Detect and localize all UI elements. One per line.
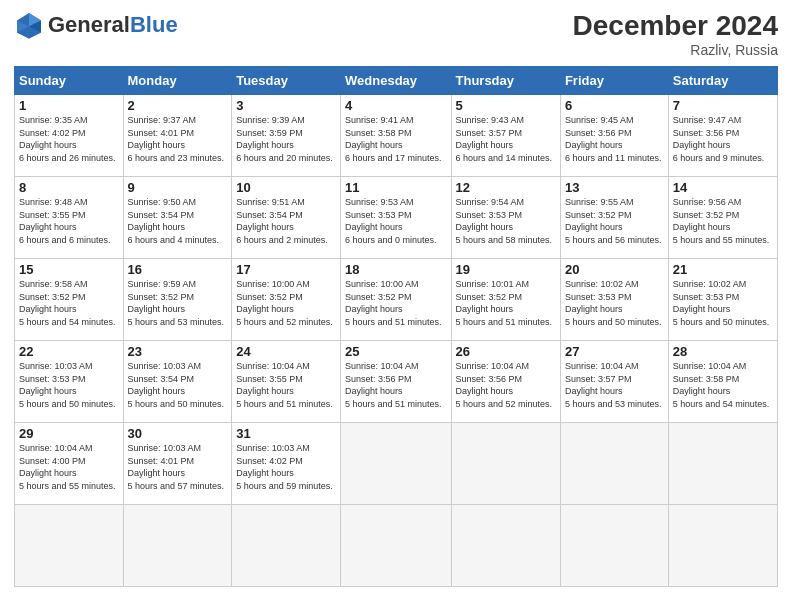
table-row: 7Sunrise: 9:47 AMSunset: 3:56 PMDaylight…	[668, 95, 777, 177]
table-row	[341, 423, 451, 505]
day-info: Sunrise: 10:00 AMSunset: 3:52 PMDaylight…	[236, 279, 333, 327]
table-row: 4Sunrise: 9:41 AMSunset: 3:58 PMDaylight…	[341, 95, 451, 177]
day-number: 17	[236, 262, 336, 277]
table-row: 18Sunrise: 10:00 AMSunset: 3:52 PMDaylig…	[341, 259, 451, 341]
col-thursday: Thursday	[451, 67, 560, 95]
day-info: Sunrise: 9:37 AMSunset: 4:01 PMDaylight …	[128, 115, 225, 163]
table-row: 26Sunrise: 10:04 AMSunset: 3:56 PMDaylig…	[451, 341, 560, 423]
table-row: 28Sunrise: 10:04 AMSunset: 3:58 PMDaylig…	[668, 341, 777, 423]
day-info: Sunrise: 10:01 AMSunset: 3:52 PMDaylight…	[456, 279, 553, 327]
calendar-week-row: 8Sunrise: 9:48 AMSunset: 3:55 PMDaylight…	[15, 177, 778, 259]
day-number: 31	[236, 426, 336, 441]
day-info: Sunrise: 9:53 AMSunset: 3:53 PMDaylight …	[345, 197, 437, 245]
day-number: 3	[236, 98, 336, 113]
day-info: Sunrise: 10:03 AMSunset: 3:54 PMDaylight…	[128, 361, 225, 409]
day-info: Sunrise: 10:03 AMSunset: 3:53 PMDaylight…	[19, 361, 116, 409]
calendar-week-row: 15Sunrise: 9:58 AMSunset: 3:52 PMDayligh…	[15, 259, 778, 341]
table-row	[668, 505, 777, 587]
table-row: 10Sunrise: 9:51 AMSunset: 3:54 PMDayligh…	[232, 177, 341, 259]
table-row: 19Sunrise: 10:01 AMSunset: 3:52 PMDaylig…	[451, 259, 560, 341]
day-number: 21	[673, 262, 773, 277]
day-number: 4	[345, 98, 446, 113]
day-number: 26	[456, 344, 556, 359]
table-row: 16Sunrise: 9:59 AMSunset: 3:52 PMDayligh…	[123, 259, 232, 341]
table-row: 23Sunrise: 10:03 AMSunset: 3:54 PMDaylig…	[123, 341, 232, 423]
col-wednesday: Wednesday	[341, 67, 451, 95]
calendar: Sunday Monday Tuesday Wednesday Thursday…	[14, 66, 778, 587]
table-row: 2Sunrise: 9:37 AMSunset: 4:01 PMDaylight…	[123, 95, 232, 177]
table-row	[123, 505, 232, 587]
day-number: 9	[128, 180, 228, 195]
day-info: Sunrise: 9:39 AMSunset: 3:59 PMDaylight …	[236, 115, 333, 163]
table-row: 25Sunrise: 10:04 AMSunset: 3:56 PMDaylig…	[341, 341, 451, 423]
logo-text: GeneralBlue	[48, 14, 178, 36]
day-info: Sunrise: 10:04 AMSunset: 3:58 PMDaylight…	[673, 361, 770, 409]
day-number: 29	[19, 426, 119, 441]
table-row: 14Sunrise: 9:56 AMSunset: 3:52 PMDayligh…	[668, 177, 777, 259]
day-info: Sunrise: 9:56 AMSunset: 3:52 PMDaylight …	[673, 197, 770, 245]
calendar-week-row	[15, 505, 778, 587]
logo-icon	[14, 10, 44, 40]
day-number: 15	[19, 262, 119, 277]
table-row: 5Sunrise: 9:43 AMSunset: 3:57 PMDaylight…	[451, 95, 560, 177]
day-info: Sunrise: 9:51 AMSunset: 3:54 PMDaylight …	[236, 197, 328, 245]
day-info: Sunrise: 9:54 AMSunset: 3:53 PMDaylight …	[456, 197, 553, 245]
table-row	[15, 505, 124, 587]
day-info: Sunrise: 10:00 AMSunset: 3:52 PMDaylight…	[345, 279, 442, 327]
table-row	[560, 423, 668, 505]
table-row: 13Sunrise: 9:55 AMSunset: 3:52 PMDayligh…	[560, 177, 668, 259]
day-number: 27	[565, 344, 664, 359]
day-number: 5	[456, 98, 556, 113]
day-info: Sunrise: 10:04 AMSunset: 3:56 PMDaylight…	[456, 361, 553, 409]
day-number: 13	[565, 180, 664, 195]
day-number: 22	[19, 344, 119, 359]
table-row: 21Sunrise: 10:02 AMSunset: 3:53 PMDaylig…	[668, 259, 777, 341]
logo-blue: Blue	[130, 12, 178, 37]
table-row	[341, 505, 451, 587]
day-number: 12	[456, 180, 556, 195]
table-row: 1Sunrise: 9:35 AMSunset: 4:02 PMDaylight…	[15, 95, 124, 177]
day-info: Sunrise: 9:58 AMSunset: 3:52 PMDaylight …	[19, 279, 116, 327]
table-row	[451, 505, 560, 587]
page-container: GeneralBlue December 2024 Razliv, Russia…	[0, 0, 792, 597]
table-row: 3Sunrise: 9:39 AMSunset: 3:59 PMDaylight…	[232, 95, 341, 177]
table-row: 31Sunrise: 10:03 AMSunset: 4:02 PMDaylig…	[232, 423, 341, 505]
day-info: Sunrise: 9:43 AMSunset: 3:57 PMDaylight …	[456, 115, 553, 163]
location: Razliv, Russia	[573, 42, 778, 58]
day-number: 23	[128, 344, 228, 359]
day-number: 30	[128, 426, 228, 441]
table-row: 15Sunrise: 9:58 AMSunset: 3:52 PMDayligh…	[15, 259, 124, 341]
col-sunday: Sunday	[15, 67, 124, 95]
day-info: Sunrise: 10:03 AMSunset: 4:02 PMDaylight…	[236, 443, 333, 491]
day-number: 16	[128, 262, 228, 277]
calendar-week-row: 29Sunrise: 10:04 AMSunset: 4:00 PMDaylig…	[15, 423, 778, 505]
day-info: Sunrise: 10:04 AMSunset: 4:00 PMDaylight…	[19, 443, 116, 491]
table-row: 17Sunrise: 10:00 AMSunset: 3:52 PMDaylig…	[232, 259, 341, 341]
table-row	[668, 423, 777, 505]
day-info: Sunrise: 9:41 AMSunset: 3:58 PMDaylight …	[345, 115, 442, 163]
day-number: 1	[19, 98, 119, 113]
day-info: Sunrise: 10:02 AMSunset: 3:53 PMDaylight…	[673, 279, 770, 327]
day-number: 19	[456, 262, 556, 277]
col-friday: Friday	[560, 67, 668, 95]
header: GeneralBlue December 2024 Razliv, Russia	[14, 10, 778, 58]
table-row: 8Sunrise: 9:48 AMSunset: 3:55 PMDaylight…	[15, 177, 124, 259]
day-number: 2	[128, 98, 228, 113]
weekday-header-row: Sunday Monday Tuesday Wednesday Thursday…	[15, 67, 778, 95]
day-number: 11	[345, 180, 446, 195]
col-saturday: Saturday	[668, 67, 777, 95]
col-tuesday: Tuesday	[232, 67, 341, 95]
day-number: 25	[345, 344, 446, 359]
day-info: Sunrise: 10:04 AMSunset: 3:57 PMDaylight…	[565, 361, 662, 409]
month-title: December 2024	[573, 10, 778, 42]
table-row	[560, 505, 668, 587]
table-row	[451, 423, 560, 505]
day-number: 8	[19, 180, 119, 195]
day-number: 18	[345, 262, 446, 277]
table-row: 9Sunrise: 9:50 AMSunset: 3:54 PMDaylight…	[123, 177, 232, 259]
day-info: Sunrise: 9:55 AMSunset: 3:52 PMDaylight …	[565, 197, 662, 245]
day-info: Sunrise: 10:04 AMSunset: 3:55 PMDaylight…	[236, 361, 333, 409]
day-number: 28	[673, 344, 773, 359]
table-row: 29Sunrise: 10:04 AMSunset: 4:00 PMDaylig…	[15, 423, 124, 505]
day-number: 7	[673, 98, 773, 113]
